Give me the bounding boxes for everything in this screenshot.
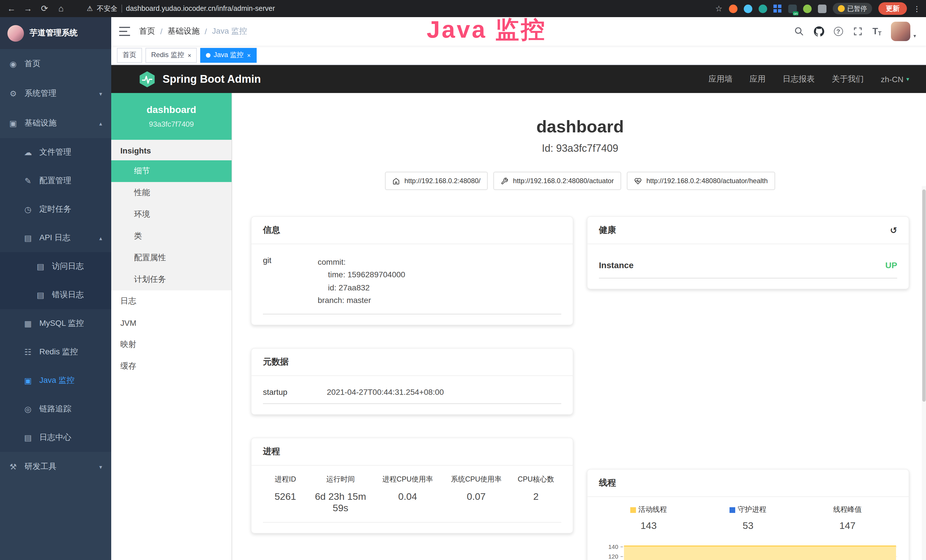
address-bar[interactable]: ⚠ 不安全 dashboard.yudao.iocoder.cn/infra/a…	[87, 4, 275, 14]
sba-item-details[interactable]: 细节	[111, 160, 232, 182]
search-icon[interactable]	[794, 26, 804, 36]
sidebar-item-scheduled-jobs[interactable]: ◷ 定时任务	[0, 195, 111, 224]
address-divider	[121, 5, 122, 12]
card-header: 健康 ↺	[587, 217, 909, 244]
sidebar-item-java-monitor[interactable]: ▣ Java 监控	[0, 366, 111, 395]
sba-item-metrics[interactable]: 性能	[111, 182, 232, 204]
hamburger-icon[interactable]	[119, 27, 130, 36]
close-icon[interactable]: ×	[188, 51, 191, 59]
instance-links: http://192.168.0.2:48080/ http://192.168…	[251, 172, 909, 190]
sidebar-item-log-center[interactable]: ▤ 日志中心	[0, 423, 111, 452]
browser-refresh-button[interactable]: ⟳	[39, 0, 50, 17]
sba-item-environment[interactable]: 环境	[111, 204, 232, 226]
sba-item-scheduled-tasks[interactable]: 计划任务	[111, 269, 232, 291]
browser-menu-icon[interactable]: ⋮	[913, 4, 921, 13]
metadata-value: 2021-04-27T00:44:31.254+08:00	[327, 387, 444, 396]
instance-health-link[interactable]: http://192.168.0.2:48080/actuator/health	[627, 172, 775, 190]
sidebar-item-label: 定时任务	[39, 204, 71, 215]
instance-actuator-link[interactable]: http://192.168.0.2:48080/actuator	[494, 172, 622, 190]
sidebar-item-access-logs[interactable]: ▤ 访问日志	[0, 252, 111, 281]
metadata-row-startup: startup 2021-04-27T00:44:31.254+08:00	[263, 379, 561, 404]
threads-legend: 活动线程 143 守护进程 53	[599, 500, 897, 532]
history-icon[interactable]: ↺	[890, 225, 897, 235]
sidebar-item-label: 系统管理	[24, 88, 56, 99]
paused-extension-pill[interactable]: 已暂停	[832, 3, 872, 14]
sba-locale-select[interactable]: zh-CN ▾	[881, 74, 909, 83]
proxy-on-badge: on	[793, 11, 798, 15]
sidebar-item-label: Java 监控	[39, 375, 74, 386]
sba-item-mappings[interactable]: 映射	[111, 334, 232, 356]
sba-nav-journal[interactable]: 日志报表	[783, 74, 815, 84]
breadcrumb-home[interactable]: 首页	[139, 26, 155, 36]
sba-item-config-props[interactable]: 配置属性	[111, 247, 232, 269]
sba-nav-applications[interactable]: 应用	[750, 74, 766, 84]
card-body: startup 2021-04-27T00:44:31.254+08:00	[251, 376, 573, 414]
breadcrumb-separator: /	[160, 27, 163, 36]
close-icon[interactable]: ×	[247, 51, 251, 59]
sba-body: dashboard 93a3fc7f7409 Insights 细节 性能 环境…	[111, 93, 926, 560]
status-badge: UP	[885, 260, 897, 270]
sba-brand-title[interactable]: Spring Boot Admin	[163, 73, 261, 85]
sidebar-item-infrastructure[interactable]: ▣ 基础设施 ▴	[0, 108, 111, 138]
sidebar-item-file-management[interactable]: ☁ 文件管理	[0, 138, 111, 166]
extension-proxy-icon[interactable]: on	[788, 4, 796, 13]
process-value-row: 5261 6d 23h 15m 59s 0.04 0.07 2	[263, 491, 561, 522]
sba-item-jvm[interactable]: JVM	[111, 312, 232, 334]
sidebar-item-error-logs[interactable]: ▤ 错误日志	[0, 281, 111, 309]
extension-icon-3[interactable]	[758, 4, 767, 13]
process-header-cpu: 进程CPU使用率	[373, 474, 442, 484]
instance-home-link[interactable]: http://192.168.0.2:48080/	[385, 172, 488, 190]
sidebar-item-label: 错误日志	[52, 290, 84, 300]
user-avatar[interactable]	[891, 22, 911, 41]
health-key: Instance	[599, 260, 634, 270]
card-title: 线程	[599, 478, 616, 488]
sidebar-item-dev-tools[interactable]: ⚒ 研发工具 ▾	[0, 452, 111, 481]
browser-back-button[interactable]: ←	[6, 0, 17, 17]
scrollbar-thumb[interactable]	[922, 189, 926, 402]
sidebar-item-label: 文件管理	[39, 147, 71, 157]
sidebar-item-system-management[interactable]: ⚙ 系统管理 ▾	[0, 79, 111, 108]
sba-item-caches[interactable]: 缓存	[111, 356, 232, 377]
sidebar-item-config-management[interactable]: ✎ 配置管理	[0, 166, 111, 195]
sba-nav-about[interactable]: 关于我们	[832, 74, 864, 84]
sidebar-item-label: 研发工具	[24, 462, 56, 472]
sba-nav-wallboard[interactable]: 应用墙	[709, 74, 732, 84]
extension-icon-6[interactable]	[803, 4, 811, 13]
fullscreen-icon[interactable]	[852, 26, 863, 36]
page-scrollbar[interactable]	[922, 186, 926, 560]
card-title: 信息	[263, 225, 280, 236]
sidebar-item-mysql-monitor[interactable]: ▦ MySQL 监控	[0, 309, 111, 338]
legend-label: 守护进程	[738, 505, 766, 515]
chrome-update-button[interactable]: 更新	[878, 2, 907, 15]
sidebar-item-redis-monitor[interactable]: ☷ Redis 监控	[0, 338, 111, 366]
browser-forward-button[interactable]: →	[22, 0, 34, 17]
sba-main: dashboard Id: 93a3fc7f7409 http://192.16…	[232, 93, 926, 560]
font-size-icon[interactable]: TT	[872, 26, 882, 36]
tags-bar: 首页 Redis 监控 × Java 监控 ×	[111, 45, 926, 65]
health-row-instance: Instance UP	[599, 251, 897, 278]
sidebar-item-api-logs[interactable]: ▤ API 日志 ▴	[0, 224, 111, 252]
breadcrumb-infrastructure[interactable]: 基础设施	[168, 26, 200, 36]
extension-icon-1[interactable]	[729, 4, 737, 13]
heartbeat-icon	[634, 177, 642, 185]
bookmark-star-icon[interactable]: ☆	[715, 4, 722, 13]
tab-java-monitor[interactable]: Java 监控 ×	[200, 48, 256, 62]
github-icon[interactable]	[814, 26, 824, 36]
extension-grid-icon[interactable]	[773, 4, 782, 13]
app-logo[interactable]: 芋道管理系统	[0, 17, 111, 49]
extensions-puzzle-icon[interactable]	[818, 4, 826, 13]
sidebar-item-trace[interactable]: ◎ 链路追踪	[0, 395, 111, 423]
sba-item-logs[interactable]: 日志	[111, 291, 232, 312]
extension-icon-2[interactable]	[743, 4, 752, 13]
tab-redis-monitor[interactable]: Redis 监控 ×	[145, 48, 197, 62]
tab-home[interactable]: 首页	[117, 48, 142, 62]
active-tab-dot	[206, 53, 211, 58]
process-uptime: 6d 23h 15m 59s	[308, 491, 373, 514]
help-icon[interactable]: ?	[834, 27, 843, 36]
sidebar-item-home[interactable]: ◉ 首页	[0, 49, 111, 79]
breadcrumb: 首页 / 基础设施 / Java 监控	[139, 26, 247, 36]
sba-item-classes[interactable]: 类	[111, 226, 232, 247]
browser-home-button[interactable]: ⌂	[55, 0, 67, 17]
sba-section-label: Insights	[111, 140, 232, 160]
sba-instance-header[interactable]: dashboard 93a3fc7f7409	[111, 93, 232, 140]
